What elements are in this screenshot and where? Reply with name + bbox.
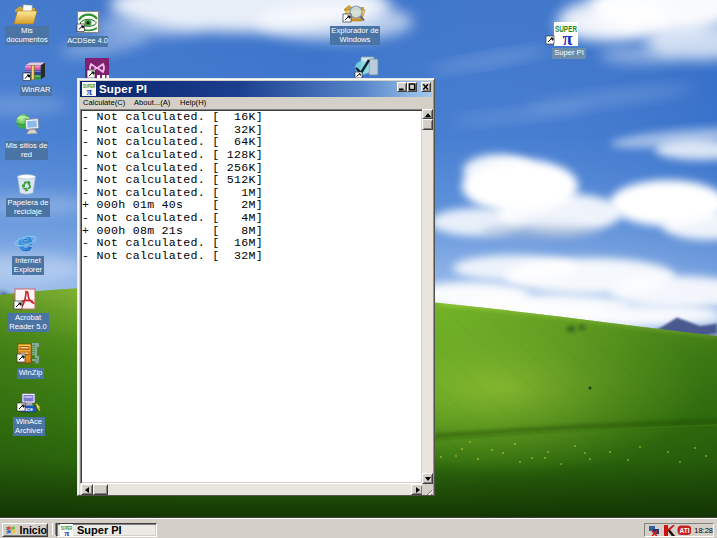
svg-text:π: π (563, 29, 573, 49)
svg-text:π: π (64, 528, 69, 537)
svg-text:π: π (86, 86, 92, 96)
svg-text:ace: ace (24, 406, 33, 412)
svg-text:e: e (19, 228, 33, 256)
svg-text:ATI: ATI (679, 527, 689, 534)
